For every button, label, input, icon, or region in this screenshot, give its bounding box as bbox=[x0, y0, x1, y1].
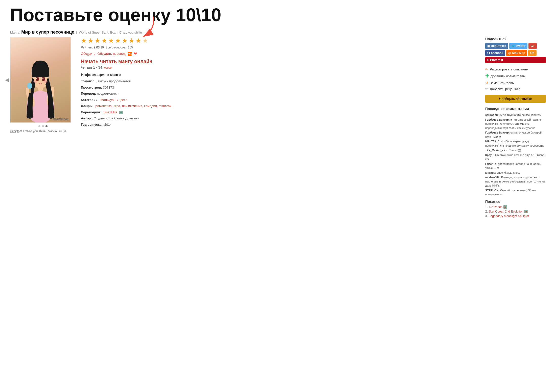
svg-point-9 bbox=[42, 78, 43, 79]
comment-6-author: Краун: bbox=[485, 153, 494, 156]
translator-icon: ✉ bbox=[119, 111, 123, 114]
похожее-link-3[interactable]: Legendary Moonlight Sculptor bbox=[489, 214, 529, 218]
похожее-link-2[interactable]: Star Ocean 2nd Evolution bbox=[489, 210, 523, 213]
comment-4-author: Niko789: bbox=[485, 140, 497, 143]
comment-10-author: STRELOK: bbox=[485, 189, 499, 192]
comment-1: sergodsd: ну че трудно что ли все клинит… bbox=[485, 113, 546, 117]
star-9[interactable]: ★ bbox=[135, 37, 141, 45]
comment-2-author: Горбачев Виктор: bbox=[485, 118, 510, 121]
votes-count: 105 bbox=[128, 46, 133, 49]
breadcrumb-alt1: World of Super Sand Box bbox=[79, 31, 116, 34]
похожее-item-3: 3. Legendary Moonlight Sculptor bbox=[485, 214, 546, 218]
comment-6: Краун: Об этом было сказано еще в 13 гла… bbox=[485, 153, 546, 161]
replace-chapters-label: Заменить главы bbox=[490, 81, 515, 85]
comments-section: Последние комментарии sergodsd: ну че тр… bbox=[485, 107, 546, 197]
info-author: Автор : Студия «Лон Сюань Донман» bbox=[81, 116, 480, 121]
svg-point-11 bbox=[43, 80, 48, 83]
share-twitter-btn[interactable]: 🐦 Twitter bbox=[509, 43, 528, 49]
dot-3[interactable] bbox=[45, 125, 48, 127]
tomes-label: Томов: bbox=[81, 79, 92, 83]
add-review-link[interactable]: ✏ Добавить рецензию bbox=[485, 86, 546, 92]
share-heading: Поделиться bbox=[485, 37, 546, 41]
похожее-item-2: 2. Star Ocean 2nd Evolution ▣ bbox=[485, 210, 546, 213]
star-10[interactable]: ★ bbox=[142, 37, 148, 45]
genres-value[interactable]: романтика, игра, приключения, комедия, ф… bbox=[96, 104, 172, 108]
new-badge: новое bbox=[104, 66, 112, 69]
comment-1-text: ну че трудно что ли все клинить bbox=[499, 113, 541, 116]
translator-value[interactable]: SirexElite bbox=[103, 110, 117, 114]
info-heading: Информация о манге bbox=[81, 72, 480, 77]
comment-7: Frizen: Я видел порно которое начиналось… bbox=[485, 162, 546, 170]
heart-icon: ❤ bbox=[134, 51, 137, 56]
похожее-num-1: 1. bbox=[485, 205, 488, 209]
translator-label: Переводчик : bbox=[81, 110, 103, 114]
nav-arrow-left[interactable]: ◀ bbox=[5, 77, 9, 83]
comment-9-author: mishka007: bbox=[485, 176, 500, 179]
categories-label: Категории : bbox=[81, 98, 100, 102]
read-sub: Читать 1 - 34 новое bbox=[81, 65, 480, 69]
star-4[interactable]: ★ bbox=[101, 37, 107, 45]
error-btn[interactable]: Сообщить об ошибке bbox=[485, 95, 546, 103]
похожее-section: Похожее 1. 1/2 Prince ▣ 2. Star Ocean 2n… bbox=[485, 200, 546, 218]
page-wrapper: Поставьте оценку 10\10 Манга Мир в супер… bbox=[0, 0, 556, 219]
breadcrumb-manga-label: Манга bbox=[10, 31, 19, 34]
info-translate: Перевод: продолжается bbox=[81, 91, 480, 96]
pencil-icon: ✏ bbox=[485, 67, 488, 71]
info-year: Год выпуска : 2014 bbox=[81, 122, 480, 127]
похожее-num-2: 2. bbox=[485, 210, 488, 213]
похожее-item-1: 1. 1/2 Prince ▣ bbox=[485, 205, 546, 209]
comment-2: Горбачев Виктор: и нет авторской надписи… bbox=[485, 118, 546, 130]
add-chapters-link[interactable]: ✚ Добавить новые главы bbox=[485, 72, 546, 80]
year-label: Год выпуска : bbox=[81, 123, 103, 126]
star-3[interactable]: ★ bbox=[95, 37, 100, 45]
похожее-heading: Похожее bbox=[485, 200, 546, 204]
star-5[interactable]: ★ bbox=[108, 37, 114, 45]
comment-3: Горбачев Виктор: опять слишком быстро!!!… bbox=[485, 130, 546, 139]
rating-label: Рейтинг: bbox=[81, 46, 94, 49]
rss-icon[interactable]: RSS bbox=[128, 52, 132, 56]
dot-1[interactable] bbox=[38, 125, 40, 127]
author-value: Студия «Лон Сюань Донман» bbox=[94, 116, 139, 120]
votes-label: Всего голосов: bbox=[105, 46, 126, 49]
share-ok-btn[interactable]: ОК bbox=[528, 50, 537, 56]
breadcrumb-manga-title: Мир в супер песочнице bbox=[21, 30, 74, 35]
read-manga-link[interactable]: Начать читать мангу онлайн bbox=[81, 59, 480, 64]
star-1[interactable]: ★ bbox=[81, 37, 87, 45]
info-tomes: Томов: 1 , выпуск продолжается bbox=[81, 79, 480, 84]
info-genres: Жанры : романтика, игра, приключения, ко… bbox=[81, 103, 480, 109]
translate-label: Перевод: bbox=[81, 92, 96, 95]
review-icon: ✏ bbox=[485, 87, 488, 91]
share-facebook-btn[interactable]: f Facebook bbox=[485, 50, 505, 56]
main-content: ◀ bbox=[0, 37, 556, 219]
star-8[interactable]: ★ bbox=[129, 37, 134, 45]
cover-dots-nav bbox=[10, 125, 76, 127]
share-vk-btn[interactable]: ▣ Вконтакте bbox=[485, 43, 508, 49]
share-buttons: ▣ Вконтакте 🐦 Twitter G+ f Facebook @ Мо… bbox=[485, 43, 546, 56]
star-2[interactable]: ★ bbox=[88, 37, 94, 45]
views-label: Просмотров: bbox=[81, 86, 102, 89]
stars-row[interactable]: ★ ★ ★ ★ ★ ★ ★ ★ ★ ★ bbox=[81, 37, 148, 45]
edit-description-link[interactable]: ✏ Редактировать описание bbox=[485, 66, 546, 72]
translate-value: продолжается bbox=[97, 92, 119, 95]
star-7[interactable]: ★ bbox=[122, 37, 128, 45]
похожее-link-1[interactable]: 1/2 Prince bbox=[489, 205, 502, 209]
replace-chapters-link[interactable]: ↺ Заменить главы bbox=[485, 80, 546, 86]
discuss-translation-link[interactable]: Обсудить перевод bbox=[98, 52, 126, 56]
discuss-link[interactable]: Обсудить bbox=[81, 52, 96, 56]
edit-description-label: Редактировать описание bbox=[490, 67, 528, 71]
action-section: ✏ Редактировать описание ✚ Добавить новы… bbox=[485, 66, 546, 92]
comments-heading: Последние комментарии bbox=[485, 107, 546, 111]
tomes-value: 1 , выпуск продолжается bbox=[93, 79, 131, 83]
dot-2[interactable] bbox=[42, 125, 44, 127]
categories-value[interactable]: Маньхуа, В цвете bbox=[101, 98, 127, 102]
comment-9: mishka007: Выходит, в этом мире можно на… bbox=[485, 175, 546, 188]
share-gplus-btn[interactable]: G+ bbox=[528, 43, 537, 49]
comment-5: xXx_Maxim_xXx: Спасиб))) bbox=[485, 148, 546, 152]
share-pinterest-btn[interactable]: P Pinterest bbox=[485, 57, 546, 63]
comment-5-text: Спасиб))) bbox=[508, 149, 521, 152]
share-moimir-btn[interactable]: @ Мой мир bbox=[506, 50, 527, 56]
comment-4: Niko789: Спасибо за перевод жду продолже… bbox=[485, 139, 546, 148]
replace-icon: ↺ bbox=[485, 81, 488, 85]
info-categories: Категории : Маньхуа, В цвете bbox=[81, 97, 480, 102]
star-6[interactable]: ★ bbox=[115, 37, 121, 45]
